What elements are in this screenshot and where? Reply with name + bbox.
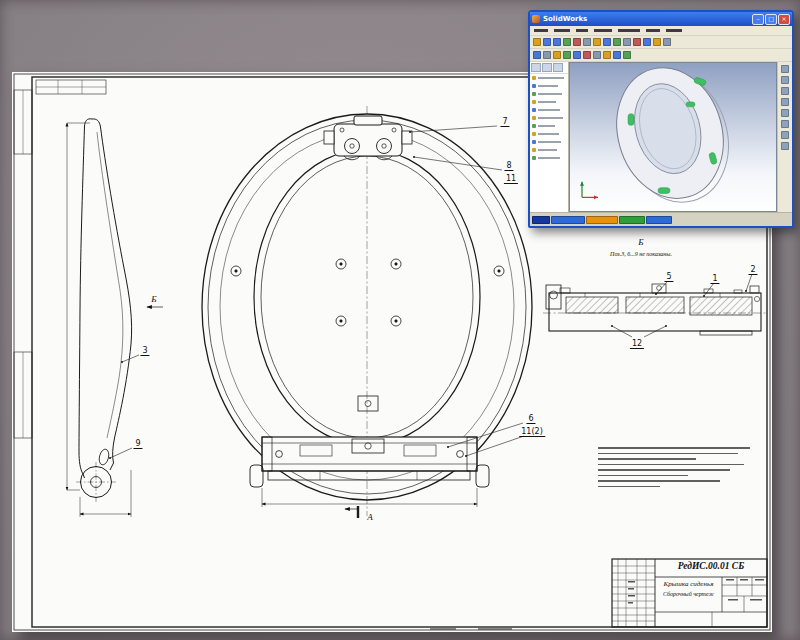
toolbar-icon[interactable] — [603, 38, 611, 46]
toolbar-icon[interactable] — [781, 131, 789, 139]
feature-tree-item[interactable] — [530, 122, 568, 130]
feature-tree-item[interactable] — [530, 90, 568, 98]
minimize-button[interactable]: – — [752, 14, 764, 25]
section-b-title: Б — [638, 237, 643, 247]
toolbar-icon[interactable] — [593, 38, 601, 46]
maximize-button[interactable]: □ — [765, 14, 777, 25]
callout-8: 8 — [504, 161, 513, 171]
toolbar-icon[interactable] — [563, 38, 571, 46]
feature-tree-tabs[interactable] — [530, 62, 568, 74]
toolbar-icon[interactable] — [781, 65, 789, 73]
feature-label — [538, 101, 556, 103]
menu-item[interactable] — [646, 29, 660, 32]
toolbar-icon[interactable] — [573, 51, 581, 59]
toolbar-icon[interactable] — [553, 38, 561, 46]
feature-tree-item[interactable] — [530, 138, 568, 146]
toolbar-icon[interactable] — [573, 38, 581, 46]
callout-1: 1 — [710, 274, 719, 284]
feature-tree-item[interactable] — [530, 114, 568, 122]
feature-label — [538, 117, 563, 119]
toolbar-icon[interactable] — [583, 51, 591, 59]
note-line — [598, 464, 744, 466]
window-controls: – □ × — [752, 14, 790, 25]
tree-tab[interactable] — [531, 63, 541, 72]
toolbar-icon[interactable] — [563, 51, 571, 59]
feature-tree-item[interactable] — [530, 74, 568, 82]
feature-icon — [532, 132, 536, 136]
toolbar-icon[interactable] — [553, 51, 561, 59]
toolbar-icon[interactable] — [643, 38, 651, 46]
toolbar-icon[interactable] — [653, 38, 661, 46]
toolbar-icon[interactable] — [533, 38, 541, 46]
feature-tree-item[interactable] — [530, 106, 568, 114]
toolbar-icon[interactable] — [633, 38, 641, 46]
note-line — [598, 480, 720, 482]
callout-6: 6 — [526, 414, 535, 424]
menu-item[interactable] — [594, 29, 612, 32]
toolbar-icon[interactable] — [593, 51, 601, 59]
toolbar-icon[interactable] — [781, 98, 789, 106]
toolbar-icon[interactable] — [613, 51, 621, 59]
title-block-doc-number: РедИС.00.01 СБ — [655, 561, 767, 575]
toolbar-icon[interactable] — [543, 51, 551, 59]
toolbar-icon[interactable] — [613, 38, 621, 46]
menu-item[interactable] — [666, 29, 682, 32]
document-tab[interactable] — [551, 216, 585, 224]
feature-label — [538, 77, 564, 79]
close-button[interactable]: × — [778, 14, 790, 25]
toolbar-icon[interactable] — [663, 38, 671, 46]
solidworks-titlebar[interactable]: SolidWorks – □ × — [530, 12, 792, 26]
viewport-3d[interactable] — [569, 62, 777, 212]
feature-tree-item[interactable] — [530, 98, 568, 106]
feature-tree-item[interactable] — [530, 82, 568, 90]
note-line — [598, 453, 738, 455]
menu-item[interactable] — [534, 29, 548, 32]
feature-tree-item[interactable] — [530, 154, 568, 162]
menu-bar[interactable] — [530, 26, 792, 36]
toolbar-icon[interactable] — [781, 142, 789, 150]
feature-label — [538, 133, 559, 135]
feature-icon — [532, 124, 536, 128]
note-line — [598, 458, 696, 460]
toolbar-icon[interactable] — [533, 51, 541, 59]
feature-icon — [532, 140, 536, 144]
feature-label — [538, 125, 555, 127]
feature-label — [538, 157, 560, 159]
tree-tab[interactable] — [553, 63, 563, 72]
callout-11: 11 — [504, 174, 518, 184]
feature-tree-panel — [530, 62, 569, 212]
toolbar-icon[interactable] — [603, 51, 611, 59]
toolbar-icon[interactable] — [781, 120, 789, 128]
status-bar — [530, 212, 792, 226]
menu-item[interactable] — [554, 29, 570, 32]
feature-icon — [532, 108, 536, 112]
seat-3d-model — [570, 63, 776, 211]
callout-7: 7 — [500, 117, 509, 127]
note-line — [598, 469, 730, 471]
toolbar-icon[interactable] — [623, 38, 631, 46]
feature-tree-item[interactable] — [530, 130, 568, 138]
section-label-a: А — [367, 512, 373, 522]
desktop: 7 8 11 3 9 6 11(2) 5 1 2 12 Б А Б Поз.3,… — [0, 0, 800, 640]
tree-tab[interactable] — [542, 63, 552, 72]
feature-label — [538, 109, 560, 111]
toolbar-icon[interactable] — [781, 87, 789, 95]
document-tab[interactable] — [646, 216, 672, 224]
document-tab[interactable] — [586, 216, 618, 224]
menu-item[interactable] — [576, 29, 588, 32]
feature-tree-item[interactable] — [530, 146, 568, 154]
document-tab[interactable] — [619, 216, 645, 224]
toolbar-icon[interactable] — [781, 76, 789, 84]
feature-icon — [532, 148, 536, 152]
callout-5: 5 — [664, 272, 673, 282]
document-tab[interactable] — [532, 216, 550, 224]
feature-icon — [532, 84, 536, 88]
origin-triad — [580, 182, 598, 200]
toolbar-icon[interactable] — [543, 38, 551, 46]
toolbar-icon[interactable] — [781, 109, 789, 117]
toolbar-icon[interactable] — [583, 38, 591, 46]
menu-item[interactable] — [618, 29, 640, 32]
callout-9: 9 — [133, 439, 142, 449]
feature-icon — [532, 92, 536, 96]
toolbar-icon[interactable] — [623, 51, 631, 59]
